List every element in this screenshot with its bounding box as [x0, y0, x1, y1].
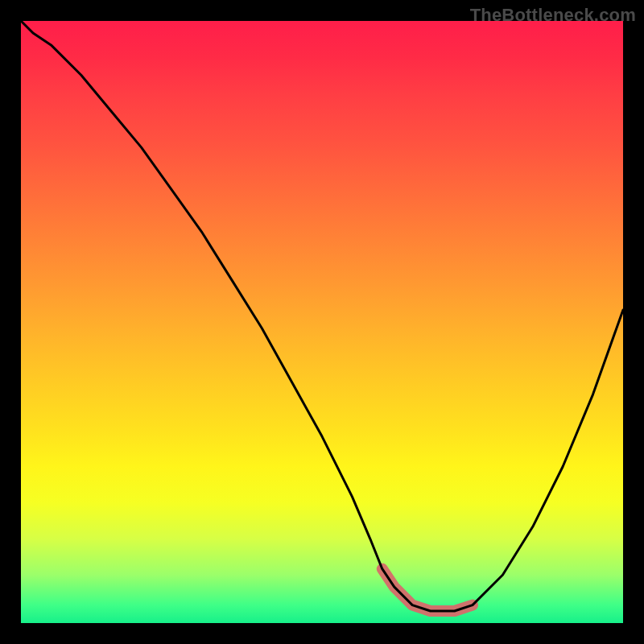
bottleneck-curve-svg: [21, 21, 623, 623]
bottleneck-curve: [21, 21, 623, 611]
watermark-text: TheBottleneck.com: [470, 5, 636, 26]
chart-frame: TheBottleneck.com: [0, 0, 644, 644]
plot-area: [21, 21, 623, 623]
